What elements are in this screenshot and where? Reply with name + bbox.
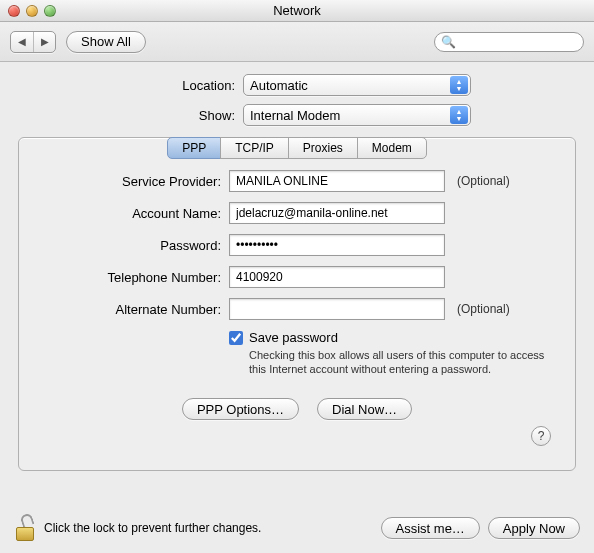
back-icon[interactable]: ◀	[11, 32, 33, 52]
save-password-label: Save password	[249, 330, 338, 345]
window-title: Network	[0, 3, 594, 18]
nav-back-forward[interactable]: ◀ ▶	[10, 31, 56, 53]
account-name-field[interactable]	[229, 202, 445, 224]
toolbar: ◀ ▶ Show All 🔍	[0, 22, 594, 62]
tab-panel-ppp: Service Provider: (Optional) Account Nam…	[18, 137, 576, 471]
tab-proxies[interactable]: Proxies	[288, 137, 358, 159]
optional-text: (Optional)	[457, 302, 510, 316]
minimize-icon[interactable]	[26, 5, 38, 17]
lock-icon[interactable]	[14, 515, 36, 541]
forward-icon[interactable]: ▶	[33, 32, 55, 52]
zoom-icon[interactable]	[44, 5, 56, 17]
tab-tcpip[interactable]: TCP/IP	[220, 137, 289, 159]
tab-modem[interactable]: Modem	[357, 137, 427, 159]
tab-group: PPP TCP/IP Proxies Modem Service Provide…	[18, 137, 576, 471]
popup-arrows-icon: ▲▼	[450, 106, 468, 124]
dial-now-button[interactable]: Dial Now…	[317, 398, 412, 420]
show-popup[interactable]: Internal Modem ▲▼	[243, 104, 471, 126]
password-field[interactable]	[229, 234, 445, 256]
location-popup[interactable]: Automatic ▲▼	[243, 74, 471, 96]
password-label: Password:	[39, 238, 221, 253]
search-field[interactable]: 🔍	[434, 32, 584, 52]
footer: Click the lock to prevent further change…	[0, 507, 594, 553]
optional-text: (Optional)	[457, 174, 510, 188]
show-value: Internal Modem	[250, 108, 340, 123]
show-all-button[interactable]: Show All	[66, 31, 146, 53]
apply-now-button[interactable]: Apply Now	[488, 517, 580, 539]
titlebar: Network	[0, 0, 594, 22]
location-value: Automatic	[250, 78, 308, 93]
assist-me-button[interactable]: Assist me…	[381, 517, 480, 539]
ppp-options-button[interactable]: PPP Options…	[182, 398, 299, 420]
alternate-field[interactable]	[229, 298, 445, 320]
service-provider-field[interactable]	[229, 170, 445, 192]
search-icon: 🔍	[441, 35, 456, 49]
service-provider-label: Service Provider:	[39, 174, 221, 189]
telephone-label: Telephone Number:	[39, 270, 221, 285]
popup-arrows-icon: ▲▼	[450, 76, 468, 94]
location-label: Location:	[45, 78, 235, 93]
close-icon[interactable]	[8, 5, 20, 17]
content: Location: Automatic ▲▼ Show: Internal Mo…	[0, 62, 594, 477]
help-button[interactable]: ?	[531, 426, 551, 446]
lock-text: Click the lock to prevent further change…	[44, 521, 261, 535]
save-password-checkbox[interactable]	[229, 331, 243, 345]
search-input[interactable]	[460, 35, 577, 49]
show-label: Show:	[45, 108, 235, 123]
telephone-field[interactable]	[229, 266, 445, 288]
tab-ppp[interactable]: PPP	[167, 137, 221, 159]
window-controls	[0, 5, 56, 17]
alternate-label: Alternate Number:	[39, 302, 221, 317]
account-name-label: Account Name:	[39, 206, 221, 221]
save-password-help: Checking this box allows all users of th…	[229, 348, 549, 376]
